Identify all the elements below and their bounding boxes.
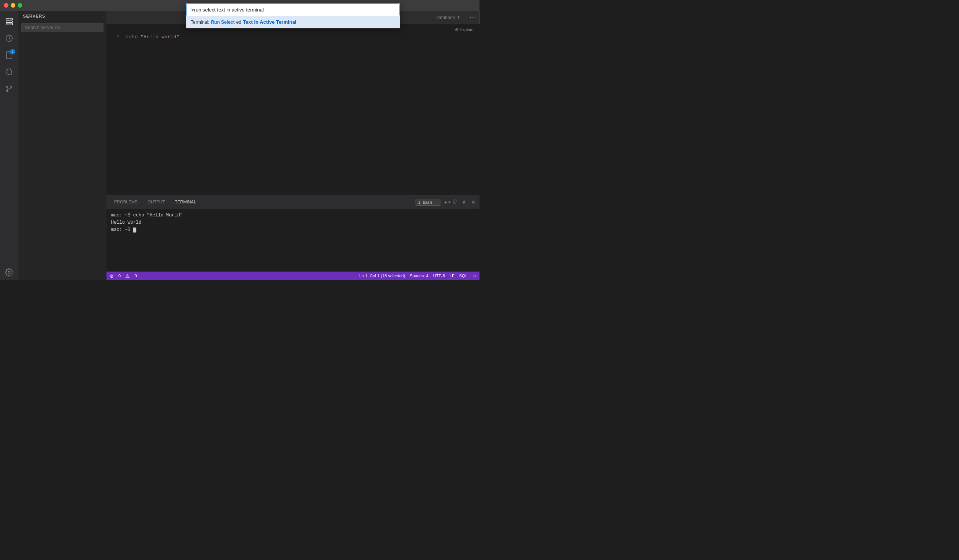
command-palette-result-item[interactable]: Terminal: Run Selected Text In Active Te… [186, 16, 400, 28]
result-match-normal: Run Select [211, 20, 235, 25]
sidebar-item-files[interactable]: 1 [2, 47, 17, 63]
smiley-icon: ☺ [472, 273, 476, 278]
warning-count: 0 [134, 273, 137, 278]
status-right: Ln 1, Col 1 (18 selected) Spaces: 4 UTF-… [359, 273, 476, 278]
spaces-indicator[interactable]: Spaces: 4 [410, 273, 429, 278]
svg-rect-2 [6, 23, 13, 25]
sidebar: SERVERS [18, 11, 106, 280]
close-window-button[interactable] [4, 3, 8, 8]
svg-rect-1 [6, 21, 13, 23]
svg-rect-0 [6, 18, 13, 20]
window-controls [4, 3, 22, 8]
explain-button[interactable]: ⊕ Explain [455, 27, 473, 32]
svg-point-8 [7, 90, 8, 92]
terminal-delete-button[interactable] [451, 198, 458, 206]
command-palette-input[interactable] [187, 4, 399, 16]
code-string-value: "Hello world" [141, 33, 179, 41]
terminal-line-3: mac: ~$ [111, 226, 475, 234]
tab-terminal[interactable]: TERMINAL [170, 198, 201, 206]
terminal-panel: PROBLEMS OUTPUT TERMINAL 1: bash ▾ + [106, 195, 480, 272]
sidebar-item-search[interactable] [2, 64, 17, 80]
dropdown-icon: ▼ [457, 15, 460, 20]
cursor-position[interactable]: Ln 1, Col 1 (18 selected) [359, 273, 405, 278]
sidebar-item-history[interactable] [2, 31, 17, 46]
sidebar-item-git[interactable] [2, 81, 17, 97]
terminal-line-2: Hello World [111, 219, 475, 226]
activity-bar: 1 [0, 11, 18, 280]
terminal-add-button[interactable]: + [443, 198, 448, 206]
terminal-body[interactable]: mac: ~$ echo "Hello World" Hello World m… [106, 209, 480, 272]
tab-problems[interactable]: PROBLEMS [110, 198, 142, 206]
result-suffix: ed [236, 20, 241, 25]
svg-point-10 [8, 271, 10, 273]
terminal-cursor [133, 228, 136, 233]
svg-point-4 [6, 69, 12, 75]
database-selector[interactable]: Database ▼ [435, 11, 460, 24]
terminal-chevron-icon: ▾ [448, 200, 450, 204]
sidebar-item-servers[interactable] [2, 14, 17, 29]
line-ending-indicator[interactable]: LF [450, 273, 455, 278]
status-bar: ⊗ 0 ⚠ 0 Ln 1, Col 1 (18 selected) Spaces… [106, 272, 480, 280]
editor-code[interactable]: echo "Hello world" [126, 27, 480, 192]
svg-point-6 [7, 86, 8, 88]
command-palette: Terminal: Run Selected Text In Active Te… [186, 3, 400, 28]
files-badge: 1 [10, 49, 15, 54]
language-indicator[interactable]: SQL [459, 273, 468, 278]
search-server-input[interactable] [21, 23, 103, 32]
main-layout: 1 SERVERS [0, 11, 480, 280]
sidebar-item-settings[interactable] [2, 265, 17, 280]
warning-icon: ⚠ [125, 273, 130, 279]
code-line-1: echo "Hello world" [126, 33, 480, 41]
encoding-indicator[interactable]: UTF-8 [433, 273, 445, 278]
command-palette-results: Terminal: Run Selected Text In Active Te… [186, 16, 400, 28]
terminal-session-select[interactable]: 1: bash [416, 199, 440, 206]
terminal-line-1: mac: ~$ echo "Hello World" [111, 212, 475, 219]
database-label: Database [435, 15, 455, 20]
error-count: 0 [118, 273, 121, 278]
result-match-blue: Text In Active Terminal [243, 19, 296, 25]
more-options-button[interactable]: ··· [470, 13, 476, 21]
svg-point-7 [11, 86, 12, 88]
result-prefix: Terminal: [191, 20, 209, 25]
editor-area: ⊕ Explain 1 echo "Hello world" [106, 24, 480, 195]
terminal-tabs-bar: PROBLEMS OUTPUT TERMINAL 1: bash ▾ + [106, 195, 480, 209]
terminal-close-button[interactable]: ✕ [470, 198, 476, 206]
svg-line-5 [11, 74, 12, 75]
minimize-window-button[interactable] [11, 3, 15, 8]
terminal-maximize-button[interactable]: ∧ [461, 198, 467, 206]
line-number-1: 1 [106, 33, 119, 41]
error-icon: ⊗ [110, 273, 114, 279]
code-echo-keyword: echo [126, 33, 137, 41]
sidebar-header: SERVERS [18, 11, 106, 21]
command-palette-input-wrapper [186, 3, 400, 16]
line-numbers: 1 [106, 27, 126, 192]
maximize-window-button[interactable] [18, 3, 22, 8]
content-area: Database ▼ ··· ⊕ Explain 1 echo [106, 11, 480, 280]
tab-output[interactable]: OUTPUT [143, 198, 169, 206]
explain-toolbar: ⊕ Explain [455, 27, 473, 32]
